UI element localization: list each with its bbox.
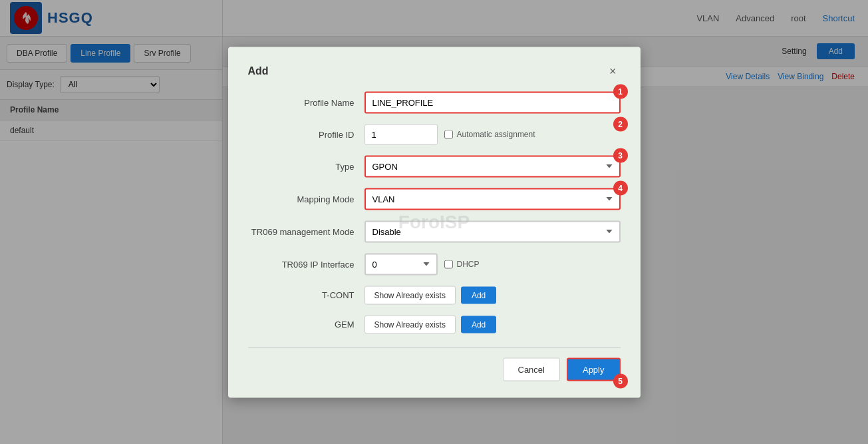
tcont-controls: Show Already exists Add [364,286,621,304]
type-label: Type [248,161,364,171]
cancel-button[interactable]: Cancel [503,357,560,381]
gem-show-exists-button[interactable]: Show Already exists [364,315,456,333]
modal-title-bar: Add × [248,63,621,78]
profile-id-area: Automatic assignment [364,124,621,144]
modal-dialog: Add × ForoISP Profile Name 1 Profile ID … [228,47,641,397]
profile-name-row: Profile Name 1 [248,91,621,113]
profile-id-row: Profile ID Automatic assignment 2 [248,124,621,144]
modal-close-button[interactable]: × [605,63,621,78]
badge-2: 2 [613,116,628,131]
tr069-interface-row: TR069 IP Interface 0 1 2 DHCP [248,253,621,275]
mapping-mode-row: Mapping Mode VLAN GEM Port TCI 4 [248,188,621,210]
gem-add-button[interactable]: Add [461,316,496,333]
profile-name-label: Profile Name [248,97,364,107]
auto-assign-area: Automatic assignment [444,130,535,139]
type-select[interactable]: GPON EPON XGS-PON [364,155,621,177]
tr069-mode-row: TR069 management Mode Disable Enable [248,220,621,242]
mapping-mode-select[interactable]: VLAN GEM Port TCI [364,188,621,210]
badge-4: 4 [613,180,628,195]
profile-name-input[interactable] [364,91,621,113]
modal-title: Add [248,65,269,77]
tr069-interface-select[interactable]: 0 1 2 [364,253,438,275]
badge-3: 3 [613,148,628,162]
tr069-interface-label: TR069 IP Interface [248,259,364,269]
dhcp-checkbox[interactable] [444,260,453,268]
tr069-mode-select[interactable]: Disable Enable [364,220,621,242]
auto-assign-label: Automatic assignment [457,130,535,139]
profile-id-label: Profile ID [248,129,364,139]
tcont-add-button[interactable]: Add [461,286,496,304]
badge-1: 1 [613,84,628,99]
auto-assign-checkbox[interactable] [444,130,453,138]
gem-controls: Show Already exists Add [364,315,621,333]
tcont-show-exists-button[interactable]: Show Already exists [364,286,456,304]
tr069-interface-area: 0 1 2 DHCP [364,253,621,275]
gem-row: GEM Show Already exists Add [248,315,621,333]
tr069-mode-label: TR069 management Mode [248,226,364,236]
type-row: Type GPON EPON XGS-PON 3 [248,155,621,177]
tcont-label: T-CONT [248,290,364,300]
dhcp-area: DHCP [444,260,480,269]
modal-footer: Cancel Apply 5 [248,347,621,381]
gem-label: GEM [248,320,364,330]
tcont-row: T-CONT Show Already exists Add [248,286,621,304]
badge-5: 5 [613,373,628,388]
mapping-mode-label: Mapping Mode [248,194,364,204]
dhcp-label: DHCP [457,260,480,269]
apply-button[interactable]: Apply [567,357,621,381]
profile-id-input[interactable] [364,124,438,144]
